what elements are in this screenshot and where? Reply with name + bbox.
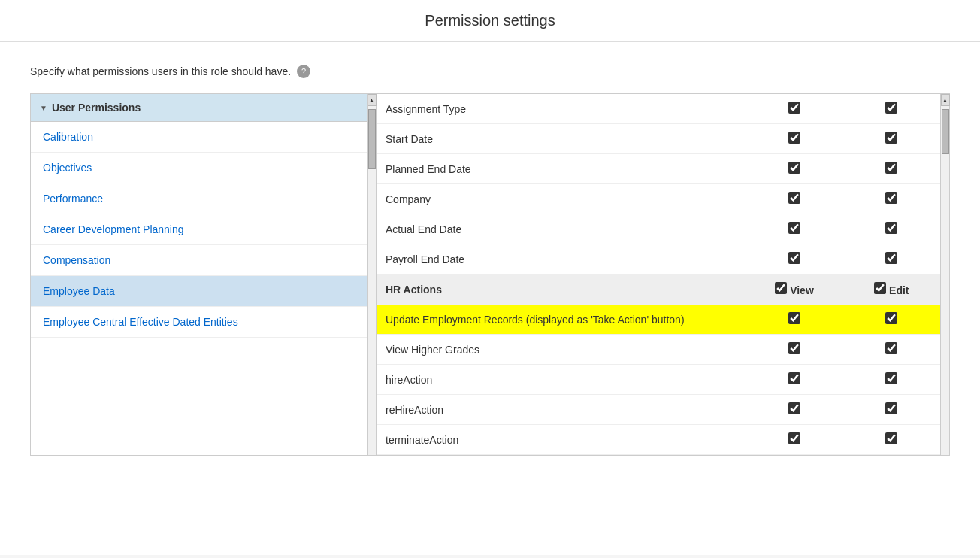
payroll-end-date-view-checkbox[interactable] (788, 252, 800, 264)
start-date-edit-checkbox[interactable] (885, 132, 897, 144)
sidebar-scroll-up[interactable]: ▲ (368, 94, 377, 106)
hire-action-edit-checkbox[interactable] (885, 372, 897, 384)
employee-data-link[interactable]: Employee Data (43, 285, 115, 297)
assignment-type-view-cell (746, 94, 842, 124)
hr-actions-label: HR Actions (377, 274, 746, 305)
view-higher-grades-edit-checkbox[interactable] (885, 342, 897, 354)
hr-actions-view-header: View (746, 274, 842, 305)
payroll-end-date-view-cell (746, 244, 842, 274)
start-date-edit-cell (843, 124, 940, 154)
rehire-action-view-checkbox[interactable] (788, 402, 800, 414)
sidebar-item-employee-central[interactable]: Employee Central Effective Dated Entitie… (31, 307, 367, 338)
right-scroll-thumb[interactable] (942, 109, 949, 154)
assignment-type-edit-cell (843, 94, 940, 124)
hire-action-view-checkbox[interactable] (788, 372, 800, 384)
permission-table: Assignment Type Start Date (377, 94, 940, 455)
objectives-link[interactable]: Objectives (43, 162, 92, 174)
perm-name: hireAction (377, 365, 746, 395)
company-edit-checkbox[interactable] (885, 192, 897, 204)
view-higher-grades-view-checkbox[interactable] (788, 342, 800, 354)
view-higher-grades-edit-cell (843, 335, 940, 365)
update-employment-view-cell (746, 305, 842, 335)
payroll-end-date-edit-checkbox[interactable] (885, 252, 897, 264)
hr-actions-edit-header: Edit (843, 274, 940, 305)
edit-label: Edit (889, 284, 909, 296)
table-row: Start Date (377, 124, 940, 154)
perm-name: reHireAction (377, 395, 746, 425)
sidebar-item-performance[interactable]: Performance (31, 183, 367, 214)
sidebar-item-career-development[interactable]: Career Development Planning (31, 214, 367, 245)
assignment-type-view-checkbox[interactable] (788, 102, 800, 114)
sidebar-scrollbar: ▲ (367, 94, 376, 455)
assignment-type-edit-checkbox[interactable] (885, 102, 897, 114)
table-row: Payroll End Date (377, 244, 940, 274)
start-date-view-cell (746, 124, 842, 154)
perm-name: Actual End Date (377, 214, 746, 244)
hire-action-view-cell (746, 365, 842, 395)
planned-end-date-edit-cell (843, 154, 940, 184)
table-row: reHireAction (377, 395, 940, 425)
main-content: ▼ User Permissions Calibration Objective… (30, 93, 950, 456)
hr-actions-view-checkbox[interactable] (775, 282, 787, 294)
table-row: Actual End Date (377, 214, 940, 244)
start-date-view-checkbox[interactable] (788, 132, 800, 144)
rehire-action-edit-checkbox[interactable] (885, 402, 897, 414)
sidebar-scroll-thumb[interactable] (368, 109, 376, 169)
table-row: Company (377, 184, 940, 214)
planned-end-date-view-checkbox[interactable] (788, 162, 800, 174)
right-scrollbar: ▲ (940, 94, 949, 455)
payroll-end-date-edit-cell (843, 244, 940, 274)
sidebar: ▼ User Permissions Calibration Objective… (31, 94, 377, 455)
update-employment-edit-checkbox[interactable] (885, 312, 897, 324)
page-body: Specify what permissions users in this r… (0, 42, 980, 555)
table-row-highlighted: Update Employment Records (displayed as … (377, 305, 940, 335)
actual-end-date-edit-checkbox[interactable] (885, 222, 897, 234)
actual-end-date-view-checkbox[interactable] (788, 222, 800, 234)
table-row: Planned End Date (377, 154, 940, 184)
table-row: Assignment Type (377, 94, 940, 124)
table-row: terminateAction (377, 425, 940, 455)
view-higher-grades-view-cell (746, 335, 842, 365)
actual-end-date-view-cell (746, 214, 842, 244)
collapse-icon[interactable]: ▼ (40, 104, 47, 112)
sidebar-inner: ▼ User Permissions Calibration Objective… (31, 94, 367, 455)
perm-name: View Higher Grades (377, 335, 746, 365)
planned-end-date-edit-checkbox[interactable] (885, 162, 897, 174)
terminate-action-edit-checkbox[interactable] (885, 432, 897, 444)
company-edit-cell (843, 184, 940, 214)
perm-name: Planned End Date (377, 154, 746, 184)
company-view-checkbox[interactable] (788, 192, 800, 204)
update-employment-view-checkbox[interactable] (788, 312, 800, 324)
sidebar-item-calibration[interactable]: Calibration (31, 122, 367, 153)
perm-name: Start Date (377, 124, 746, 154)
perm-name: Company (377, 184, 746, 214)
planned-end-date-view-cell (746, 154, 842, 184)
user-permissions-label: User Permissions (52, 102, 141, 114)
sidebar-item-compensation[interactable]: Compensation (31, 245, 367, 276)
calibration-link[interactable]: Calibration (43, 131, 93, 143)
compensation-link[interactable]: Compensation (43, 254, 110, 266)
description-row: Specify what permissions users in this r… (30, 65, 950, 78)
user-permissions-header: ▼ User Permissions (31, 94, 367, 122)
perm-name: Payroll End Date (377, 244, 746, 274)
table-row: hireAction (377, 365, 940, 395)
terminate-action-edit-cell (843, 425, 940, 455)
page-header: Permission settings (0, 0, 980, 42)
help-icon[interactable]: ? (297, 65, 310, 78)
sidebar-item-employee-data[interactable]: Employee Data (31, 276, 367, 307)
perm-name: Update Employment Records (displayed as … (377, 305, 746, 335)
right-panel: Assignment Type Start Date (377, 94, 949, 455)
hr-actions-header-row: HR Actions View Edit (377, 274, 940, 305)
company-view-cell (746, 184, 842, 214)
table-row: View Higher Grades (377, 335, 940, 365)
terminate-action-view-checkbox[interactable] (788, 432, 800, 444)
right-scroll-up[interactable]: ▲ (941, 94, 950, 106)
employee-central-link[interactable]: Employee Central Effective Dated Entitie… (43, 316, 238, 328)
hr-actions-edit-checkbox[interactable] (874, 282, 886, 294)
page-title: Permission settings (0, 12, 980, 29)
career-development-link[interactable]: Career Development Planning (43, 223, 184, 235)
performance-link[interactable]: Performance (43, 193, 103, 205)
sidebar-item-objectives[interactable]: Objectives (31, 153, 367, 183)
rehire-action-view-cell (746, 395, 842, 425)
perm-name: terminateAction (377, 425, 746, 455)
